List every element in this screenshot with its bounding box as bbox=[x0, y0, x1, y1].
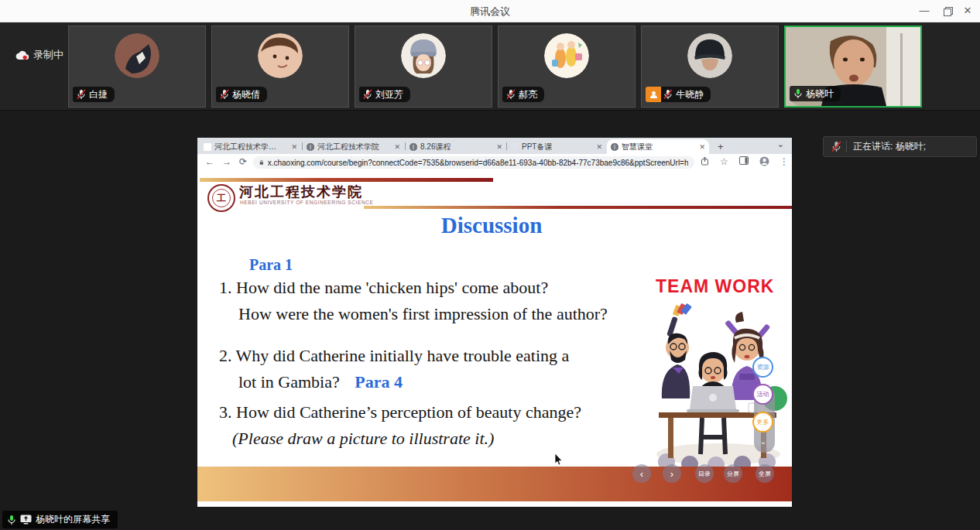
minimize-button[interactable]: — bbox=[917, 4, 932, 18]
page-favicon bbox=[204, 143, 211, 151]
avatar bbox=[401, 33, 446, 78]
participant-name-row: 杨晓倩 bbox=[216, 87, 267, 102]
screen-share-label: 杨晓叶的屏幕共享 bbox=[36, 513, 110, 526]
globe-favicon bbox=[307, 143, 314, 151]
share-page-icon[interactable] bbox=[701, 156, 709, 166]
participant-tile[interactable]: 白捷 bbox=[68, 26, 206, 108]
tab-title: 8.26课程 bbox=[420, 142, 451, 152]
tab-close-icon[interactable]: ✕ bbox=[291, 143, 297, 151]
recording-label: 录制中 bbox=[33, 48, 63, 62]
participant-name-row: 刘亚芳 bbox=[359, 87, 410, 102]
url-bar[interactable]: x.chaoxing.com/course/begin?connectCode=… bbox=[253, 156, 694, 169]
para4-label: Para 4 bbox=[355, 372, 403, 392]
browser-tab[interactable]: 河北工程技术学院 ✕ bbox=[303, 139, 404, 154]
cloud-recording-icon bbox=[15, 50, 29, 60]
tab-close-icon[interactable]: ✕ bbox=[496, 143, 502, 151]
recording-indicator: 录制中 bbox=[15, 48, 63, 62]
catalog-button[interactable]: 目录 bbox=[695, 464, 714, 483]
mic-muted-icon bbox=[831, 141, 841, 152]
mic-muted-icon bbox=[506, 89, 516, 100]
tab-list-chevron-icon[interactable]: ⌄ bbox=[777, 139, 784, 149]
divider bbox=[846, 141, 847, 152]
new-tab-button[interactable]: + bbox=[718, 141, 724, 152]
speaking-indicator: 正在讲话: 杨晓叶; bbox=[823, 136, 977, 157]
participant-tile[interactable]: 牛晓静 bbox=[641, 26, 779, 108]
university-name-zh: 河北工程技术学院 bbox=[239, 183, 363, 201]
member-badge-icon bbox=[646, 87, 661, 102]
tab-close-icon[interactable]: ✕ bbox=[596, 143, 602, 151]
participant-tile[interactable]: 杨晓倩 bbox=[211, 26, 349, 108]
avatar bbox=[258, 33, 303, 78]
page-favicon bbox=[511, 143, 519, 151]
question-1-line-2: How were the women's first impression of… bbox=[238, 304, 608, 324]
mic-muted-icon bbox=[363, 89, 372, 100]
mic-muted-icon bbox=[220, 89, 229, 100]
tab-title: 河北工程技术学院 bbox=[317, 142, 379, 152]
mouse-cursor bbox=[554, 453, 563, 466]
shared-slide: 工 河北工程技术学院 HEBEI UNIVERSITY OF ENGINEERI… bbox=[197, 171, 792, 507]
resources-button[interactable]: 资源 bbox=[752, 357, 773, 378]
globe-favicon bbox=[409, 143, 417, 151]
tab-close-icon[interactable]: ✕ bbox=[699, 143, 705, 151]
participant-name-row: 杨晓叶 bbox=[790, 86, 841, 101]
participant-name-row: 郝亮 bbox=[502, 87, 544, 102]
browser-menu-icon[interactable]: ⋮ bbox=[780, 156, 789, 167]
participant-tile[interactable]: 郝亮 bbox=[498, 26, 636, 108]
browser-tab[interactable]: PPT备课 ✕ bbox=[507, 139, 606, 154]
screen-share-indicator: 杨晓叶的屏幕共享 bbox=[2, 511, 118, 528]
participant-tile-active-speaker[interactable]: 杨晓叶 bbox=[784, 26, 922, 108]
tencent-meeting-window: 腾讯会议 — ✕ 录制中 白捷 bbox=[0, 0, 980, 530]
participant-name: 郝亮 bbox=[519, 88, 537, 101]
header-gradient-line bbox=[364, 206, 792, 209]
reload-icon[interactable]: ⟳ bbox=[239, 156, 247, 167]
question-2-line-1: 2. Why did Catherine initially have trou… bbox=[219, 346, 569, 366]
avatar bbox=[687, 33, 732, 78]
question-2-line-2: lot in Gambia? Para 4 bbox=[238, 372, 403, 392]
url-text: x.chaoxing.com/course/begin?connectCode=… bbox=[268, 159, 688, 167]
prev-slide-button[interactable]: ‹ bbox=[632, 464, 651, 483]
participant-name-row: 白捷 bbox=[73, 87, 115, 102]
forward-icon[interactable]: → bbox=[222, 156, 231, 167]
bookmark-star-icon[interactable]: ☆ bbox=[720, 156, 728, 167]
mic-muted-icon bbox=[663, 89, 673, 100]
tab-title: 河北工程技术学院网络教学平台 bbox=[214, 142, 283, 152]
shared-browser-window: 河北工程技术学院网络教学平台 ✕ 河北工程技术学院 ✕ 8.26课程 ✕ PPT… bbox=[197, 138, 792, 507]
participant-name-row: 牛晓静 bbox=[646, 87, 711, 102]
participant-name: 白捷 bbox=[89, 88, 108, 101]
tab-title: 智慧课堂 bbox=[622, 142, 653, 152]
more-button[interactable]: 更多 bbox=[752, 412, 773, 433]
tab-close-icon[interactable]: ✕ bbox=[394, 143, 400, 151]
close-button[interactable]: ✕ bbox=[960, 4, 975, 18]
activity-button[interactable]: 活动 bbox=[752, 384, 773, 405]
slide-title: Discussion bbox=[375, 213, 608, 238]
restore-button[interactable] bbox=[940, 4, 955, 18]
browser-toolbar: ← → ⟳ x.chaoxing.com/course/begin?connec… bbox=[197, 154, 792, 171]
split-screen-button[interactable]: 分屏 bbox=[724, 464, 742, 483]
window-titlebar: 腾讯会议 — ✕ bbox=[0, 0, 980, 22]
participant-tile[interactable]: 刘亚芳 bbox=[355, 26, 492, 108]
restore-icon bbox=[944, 7, 951, 15]
overlay-collapse-chevron-icon[interactable]: ⌄ bbox=[756, 437, 771, 446]
question-3-line-2: (Please draw a picture to illustrate it.… bbox=[232, 429, 494, 449]
profile-avatar-icon[interactable] bbox=[759, 156, 769, 166]
screen-share-icon bbox=[20, 515, 32, 525]
browser-tab[interactable]: 8.26课程 ✕ bbox=[406, 139, 506, 154]
participant-name: 杨晓倩 bbox=[232, 88, 260, 101]
slide-top-gradient-bar bbox=[200, 178, 493, 182]
next-slide-button[interactable]: › bbox=[663, 464, 681, 483]
mic-on-icon bbox=[793, 88, 803, 99]
university-name-en: HEBEI UNIVERSITY OF ENGINEERING SCIENCE bbox=[240, 200, 373, 205]
side-panel-icon[interactable] bbox=[739, 156, 749, 165]
university-logo: 工 bbox=[207, 184, 235, 212]
avatar bbox=[544, 33, 589, 78]
para1-label: Para 1 bbox=[249, 256, 293, 274]
mic-muted-icon bbox=[77, 89, 86, 100]
participant-name: 刘亚芳 bbox=[375, 88, 403, 101]
browser-tab[interactable]: 河北工程技术学院网络教学平台 ✕ bbox=[200, 139, 301, 154]
fullscreen-button[interactable]: 全屏 bbox=[756, 464, 774, 483]
back-icon[interactable]: ← bbox=[205, 156, 214, 167]
avatar bbox=[115, 33, 159, 78]
mic-on-icon bbox=[7, 515, 16, 525]
window-title: 腾讯会议 bbox=[0, 5, 980, 19]
browser-tab-active[interactable]: 智慧课堂 ✕ bbox=[607, 139, 709, 154]
